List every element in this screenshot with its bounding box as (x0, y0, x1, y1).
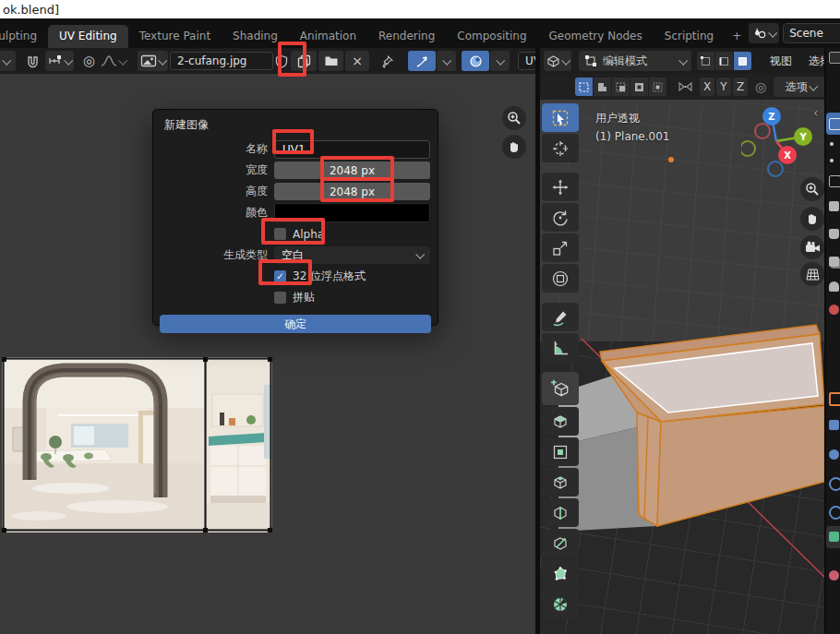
tab-uv-editing[interactable]: UV Editing (48, 25, 128, 48)
bevel-tool[interactable] (542, 468, 579, 496)
tab-sculpting[interactable]: Sculpting (0, 25, 48, 48)
loop-cut-tool[interactable] (542, 498, 579, 527)
select-box-tool[interactable] (542, 103, 579, 132)
poly-build-tool[interactable] (542, 559, 579, 588)
tab-partial-icon[interactable] (829, 52, 840, 64)
color-swatch[interactable] (274, 203, 430, 222)
tab-constraints-icon[interactable] (829, 506, 840, 520)
mirror-x-button[interactable]: X (700, 78, 714, 96)
ok-button[interactable]: 确定 (160, 315, 431, 333)
face-select-mode-button[interactable] (734, 52, 751, 70)
new-image-button[interactable] (291, 51, 317, 71)
scene-name-field[interactable]: Scene (783, 23, 840, 43)
tab-geometry-nodes[interactable]: Geometry Nodes (538, 25, 654, 48)
uv-image-preview[interactable] (2, 357, 272, 532)
tab-compositing[interactable]: Compositing (446, 25, 537, 48)
falloff-curve-icon (101, 54, 117, 67)
gizmo-dropdown[interactable] (437, 51, 456, 71)
tab-tool-icon[interactable] (829, 201, 839, 211)
overlays-toggle[interactable] (462, 51, 489, 71)
scene-dropdown-button[interactable] (749, 23, 779, 43)
select-invert-button[interactable] (630, 78, 648, 96)
height-input[interactable]: 2048 px (274, 183, 430, 200)
move-tool[interactable] (542, 173, 579, 201)
tab-particles-icon[interactable] (829, 449, 839, 460)
unlink-image-button[interactable]: × (345, 51, 369, 71)
tab-object-data-icon[interactable] (829, 532, 839, 542)
tab-object-icon[interactable] (829, 392, 840, 406)
tiled-checkbox[interactable] (274, 292, 286, 304)
tab-modifiers-wrench-icon[interactable] (829, 420, 839, 430)
chevron-down-icon (809, 81, 818, 90)
snapping-dropdown[interactable] (45, 51, 74, 71)
tab-animation[interactable]: Animation (289, 25, 367, 48)
annotate-tool[interactable] (542, 303, 579, 331)
extrude-region-tool[interactable] (542, 407, 579, 436)
edge-select-mode-button[interactable] (715, 52, 733, 70)
gizmo-toggle[interactable] (408, 51, 436, 71)
tab-rendering[interactable]: Rendering (367, 25, 446, 48)
rotate-tool[interactable] (542, 203, 579, 232)
knife-tool[interactable] (542, 529, 579, 557)
pin-toggle[interactable] (378, 51, 397, 71)
tab-physics-icon[interactable] (829, 477, 840, 491)
tab-material-icon[interactable] (829, 570, 839, 580)
image-name-field[interactable]: 2-cufang.jpg (170, 52, 273, 70)
select-intersect-button[interactable] (649, 78, 666, 96)
width-input[interactable]: 2048 px (274, 161, 430, 179)
proportional-edit-toggle-3d[interactable]: ◎ (752, 77, 769, 97)
tab-shading[interactable]: Shading (222, 25, 289, 48)
tab-world-icon[interactable] (829, 305, 839, 315)
viewport-pan-button[interactable] (800, 207, 824, 231)
alpha-checkbox[interactable] (274, 228, 286, 240)
falloff-dropdown[interactable] (98, 51, 128, 71)
vertex-group-icon[interactable] (829, 175, 840, 187)
float-checkbox[interactable]: ✓ (274, 270, 286, 282)
menu-view[interactable]: 视图 (764, 54, 798, 69)
measure-tool[interactable] (542, 333, 579, 362)
options-dropdown[interactable]: 选项 (774, 77, 824, 97)
spin-tool[interactable] (542, 590, 579, 618)
overlays-dropdown[interactable] (490, 51, 510, 71)
overlay-toggle-group (462, 51, 510, 71)
name-input[interactable]: UV1 (274, 140, 430, 159)
camera-view-button[interactable] (800, 235, 824, 259)
tab-scripting[interactable]: Scripting (654, 25, 725, 48)
tab-output-printer-icon[interactable] (829, 229, 839, 239)
tab-scene-icon[interactable] (829, 281, 839, 292)
fake-user-toggle[interactable] (274, 51, 289, 71)
alpha-row: Alpha (153, 223, 438, 245)
select-subtract-button[interactable] (612, 78, 630, 96)
cursor-tool[interactable] (542, 134, 579, 162)
menu-select[interactable]: 选择 (803, 54, 824, 69)
vertex-select-mode-button[interactable] (697, 52, 714, 70)
editor-separator[interactable] (535, 48, 540, 634)
open-image-button[interactable] (318, 51, 343, 71)
mirror-y-button[interactable]: Y (716, 78, 731, 96)
viewport-zoom-button[interactable] (800, 177, 824, 201)
uv-pan-button[interactable] (502, 135, 526, 159)
select-new-button[interactable] (575, 78, 593, 96)
generated-type-dropdown[interactable]: 空白 (274, 246, 430, 264)
viewport-editor-type-dropdown[interactable] (544, 51, 571, 71)
inset-faces-tool[interactable] (542, 437, 579, 466)
mode-dropdown[interactable]: 编辑模式 (579, 51, 691, 71)
navigation-gizmo[interactable]: Z Y X (741, 102, 824, 181)
snap-toggle[interactable] (22, 51, 43, 71)
viewport-canvas[interactable]: 用户透视 (1) Plane.001 ‹ Z Y X (540, 100, 824, 634)
tab-texture-paint[interactable]: Texture Paint (128, 25, 222, 48)
editor-type-dropdown[interactable] (0, 51, 16, 71)
image-browse-dropdown[interactable] (138, 51, 168, 71)
proportional-edit-toggle[interactable]: ◎ (80, 51, 98, 71)
add-workspace-button[interactable]: + (725, 25, 749, 48)
select-extend-button[interactable] (594, 78, 611, 96)
transform-tool[interactable] (542, 264, 579, 293)
orthographic-toggle-button[interactable] (800, 262, 824, 286)
uv-zoom-button[interactable] (502, 106, 526, 130)
scale-tool[interactable] (542, 233, 579, 262)
mirror-z-button[interactable]: Z (733, 78, 748, 96)
mirror-toggle[interactable] (675, 77, 696, 97)
tab-view-layer-icon[interactable] (829, 257, 839, 267)
extrude-icon (551, 413, 570, 431)
add-cube-tool[interactable] (542, 372, 579, 405)
